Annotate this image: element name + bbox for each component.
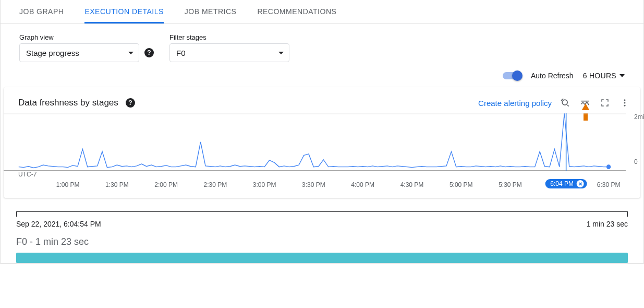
tab-job-graph[interactable]: JOB GRAPH bbox=[19, 1, 64, 23]
x-tick: 5:00 PM bbox=[449, 181, 473, 188]
y-tick-top: 2min bbox=[634, 113, 644, 121]
x-tick: 2:30 PM bbox=[204, 181, 227, 188]
tab-job-metrics[interactable]: JOB METRICS bbox=[185, 1, 237, 23]
graph-view-label: Graph view bbox=[19, 33, 154, 41]
chart-title: Data freshness by stages bbox=[18, 98, 118, 108]
stage-progress-bar bbox=[16, 253, 628, 263]
chevron-down-icon bbox=[128, 52, 133, 54]
alert-icon[interactable] bbox=[581, 103, 590, 111]
close-icon[interactable]: ✕ bbox=[577, 180, 584, 187]
time-range-value: 6 HOURS bbox=[583, 72, 616, 80]
svg-point-2 bbox=[624, 102, 626, 104]
svg-point-7 bbox=[606, 164, 611, 169]
controls-row: Graph view Stage progress ? Filter stage… bbox=[1, 24, 643, 69]
selected-timestamp: Sep 22, 2021, 6:04:54 PM bbox=[16, 220, 101, 228]
x-tick: 4:00 PM bbox=[351, 181, 374, 188]
selected-duration: 1 min 23 sec bbox=[587, 220, 628, 228]
y-tick-bottom: 0 bbox=[634, 158, 644, 165]
graph-view-select[interactable]: Stage progress bbox=[19, 43, 139, 62]
x-axis: 1:00 PM1:30 PM2:00 PM2:30 PM3:00 PM3:30 … bbox=[4, 178, 626, 193]
time-range-select[interactable]: 6 HOURS bbox=[583, 72, 625, 80]
chevron-down-icon bbox=[278, 52, 284, 54]
zoom-reset-icon[interactable] bbox=[559, 97, 572, 109]
x-tick: 2:00 PM bbox=[154, 181, 178, 188]
help-icon[interactable]: ? bbox=[126, 98, 135, 108]
x-tick: 4:30 PM bbox=[400, 181, 424, 188]
x-tick: 5:30 PM bbox=[499, 181, 522, 188]
x-tick: 6:30 PM bbox=[597, 181, 621, 188]
time-range-brace bbox=[16, 211, 628, 217]
create-alerting-policy-link[interactable]: Create alerting policy bbox=[478, 99, 552, 108]
svg-point-1 bbox=[624, 99, 626, 101]
tabs: JOB GRAPH EXECUTION DETAILS JOB METRICS … bbox=[1, 0, 643, 24]
filter-stages-label: Filter stages bbox=[169, 33, 289, 41]
stage-duration-title: F0 - 1 min 23 sec bbox=[16, 236, 628, 247]
freshness-chart[interactable]: 2min 0 bbox=[4, 113, 626, 171]
help-icon[interactable]: ? bbox=[144, 48, 154, 57]
svg-point-3 bbox=[624, 105, 626, 106]
fullscreen-icon[interactable] bbox=[599, 97, 611, 109]
x-tick: 1:30 PM bbox=[105, 181, 129, 188]
selected-time-pill[interactable]: 6:04 PM✕ bbox=[545, 179, 587, 188]
auto-refresh-toggle[interactable] bbox=[503, 72, 521, 79]
tab-recommendations[interactable]: RECOMMENDATIONS bbox=[257, 1, 336, 23]
x-tick: 1:00 PM bbox=[56, 181, 80, 188]
more-menu-icon[interactable] bbox=[618, 97, 631, 109]
auto-refresh-label: Auto Refresh bbox=[531, 72, 574, 80]
right-toolbar: Auto Refresh 6 HOURS bbox=[1, 69, 643, 87]
freshness-chart-card: Data freshness by stages ? Create alerti… bbox=[4, 87, 640, 198]
tab-execution-details[interactable]: EXECUTION DETAILS bbox=[84, 1, 163, 23]
graph-view-value: Stage progress bbox=[26, 49, 79, 57]
chevron-down-icon bbox=[619, 74, 625, 77]
filter-stages-value: F0 bbox=[176, 49, 186, 57]
filter-stages-select[interactable]: F0 bbox=[169, 43, 289, 62]
selected-time-label: 6:04 PM bbox=[550, 180, 574, 187]
x-tick: 3:00 PM bbox=[253, 181, 276, 188]
timezone-label: UTC-7 bbox=[18, 171, 626, 178]
x-tick: 3:30 PM bbox=[302, 181, 325, 188]
svg-point-0 bbox=[562, 100, 567, 105]
